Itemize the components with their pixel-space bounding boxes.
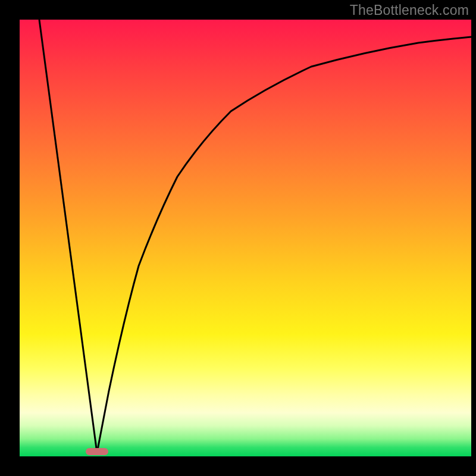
chart-curves [20,20,471,456]
watermark-text: TheBottleneck.com [350,2,469,18]
left-line [39,20,97,453]
trough-marker [86,448,108,455]
chart-frame: TheBottleneck.com [0,0,476,476]
chart-plot-area [20,20,471,456]
right-curve [97,37,471,453]
